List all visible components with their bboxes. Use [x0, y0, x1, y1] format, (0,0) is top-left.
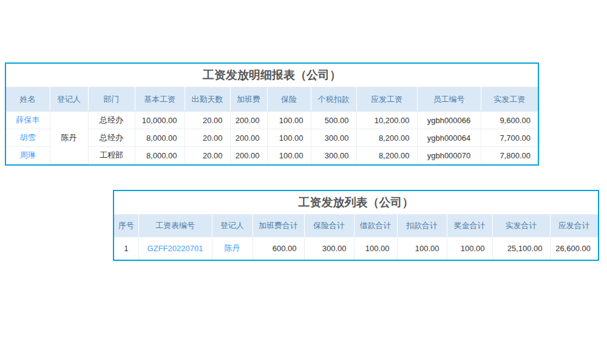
list-header-row: 序号 工资表编号 登记人 加班费合计 保险合计 借款合计 扣款合计 奖金合计 实… [114, 215, 598, 237]
col-header-insurance-total: 保险合计 [304, 215, 354, 237]
salary-list-table: 序号 工资表编号 登记人 加班费合计 保险合计 借款合计 扣款合计 奖金合计 实… [114, 214, 598, 260]
overtime-pay-cell: 200.00 [230, 147, 267, 164]
col-header-actual-salary: 实发工资 [481, 87, 538, 112]
registrar-link[interactable]: 陈丹 [212, 237, 253, 260]
salary-detail-table: 姓名 登记人 部门 基本工资 出勤天数 加班费 保险 个税扣款 应发工资 员工编… [6, 87, 538, 164]
col-header-actual-total: 实发合计 [492, 215, 550, 237]
col-header-bonus-total: 奖金合计 [447, 215, 492, 237]
insurance-cell: 100.00 [267, 147, 311, 164]
tax-deduction-cell: 300.00 [311, 129, 356, 147]
col-header-overtime-total: 加班费合计 [253, 215, 304, 237]
base-salary-cell: 10,000.00 [135, 112, 185, 129]
employee-name-link[interactable]: 薛保丰 [6, 112, 50, 129]
overtime-total-cell: 600.00 [253, 237, 304, 260]
actual-salary-cell: 9,600.00 [481, 112, 538, 129]
col-header-deduction-total: 扣款合计 [397, 215, 447, 237]
employee-id-cell: ygbh000070 [417, 147, 481, 164]
col-header-tax-deduction: 个税扣款 [311, 87, 356, 112]
employee-id-cell: ygbh000066 [417, 112, 481, 129]
department-cell: 总经办 [88, 129, 135, 147]
payable-salary-cell: 10,200.00 [356, 112, 417, 129]
payable-total-cell: 26,600.00 [550, 237, 598, 260]
col-header-payable-salary: 应发工资 [356, 87, 417, 112]
detail-report-title: 工资发放明细报表（公司） [6, 64, 538, 87]
tax-deduction-cell: 500.00 [311, 112, 356, 129]
table-row: 薛保丰 陈丹 总经办 10,000.00 20.00 200.00 100.00… [6, 112, 538, 129]
col-header-registrar: 登记人 [50, 87, 88, 112]
overtime-pay-cell: 200.00 [230, 129, 267, 147]
deduction-total-cell: 100.00 [397, 237, 447, 260]
employee-name-link[interactable]: 周琳 [6, 147, 50, 164]
table-row: 1 GZFF20220701 陈丹 600.00 300.00 100.00 1… [114, 237, 598, 260]
col-header-loan-total: 借款合计 [354, 215, 397, 237]
insurance-cell: 100.00 [267, 129, 311, 147]
department-cell: 总经办 [88, 112, 135, 129]
list-report-title: 工资发放列表（公司） [114, 191, 598, 214]
attendance-days-cell: 20.00 [185, 112, 230, 129]
col-header-employee-id: 员工编号 [417, 87, 481, 112]
overtime-pay-cell: 200.00 [230, 112, 267, 129]
actual-salary-cell: 7,800.00 [481, 147, 538, 164]
base-salary-cell: 8,000.00 [135, 129, 185, 147]
attendance-days-cell: 20.00 [185, 147, 230, 164]
col-header-overtime-pay: 加班费 [230, 87, 267, 112]
employee-id-cell: ygbh000064 [417, 129, 481, 147]
bonus-total-cell: 100.00 [447, 237, 492, 260]
index-cell: 1 [114, 237, 138, 260]
actual-salary-cell: 7,700.00 [481, 129, 538, 147]
actual-total-cell: 25,100.00 [492, 237, 550, 260]
col-header-base-salary: 基本工资 [135, 87, 185, 112]
col-header-registrar: 登记人 [212, 215, 253, 237]
registrar-cell: 陈丹 [50, 112, 88, 164]
salary-detail-report: 工资发放明细报表（公司） 姓名 登记人 部门 基本工资 出勤天数 加班费 保险 … [5, 62, 539, 166]
payable-salary-cell: 8,200.00 [356, 129, 417, 147]
payroll-id-link[interactable]: GZFF20220701 [138, 237, 212, 260]
attendance-days-cell: 20.00 [185, 129, 230, 147]
col-header-payable-total: 应发合计 [550, 215, 598, 237]
col-header-department: 部门 [88, 87, 135, 112]
col-header-attendance-days: 出勤天数 [185, 87, 230, 112]
payable-salary-cell: 8,200.00 [356, 147, 417, 164]
detail-header-row: 姓名 登记人 部门 基本工资 出勤天数 加班费 保险 个税扣款 应发工资 员工编… [6, 87, 538, 112]
col-header-name: 姓名 [6, 87, 50, 112]
salary-list-report: 工资发放列表（公司） 序号 工资表编号 登记人 加班费合计 保险合计 借款合计 … [113, 190, 599, 261]
tax-deduction-cell: 300.00 [311, 147, 356, 164]
col-header-index: 序号 [114, 215, 138, 237]
department-cell: 工程部 [88, 147, 135, 164]
insurance-total-cell: 300.00 [304, 237, 354, 260]
col-header-insurance: 保险 [267, 87, 311, 112]
employee-name-link[interactable]: 胡雪 [6, 129, 50, 147]
col-header-payroll-id: 工资表编号 [138, 215, 212, 237]
base-salary-cell: 8,000.00 [135, 147, 185, 164]
loan-total-cell: 100.00 [354, 237, 397, 260]
insurance-cell: 100.00 [267, 112, 311, 129]
